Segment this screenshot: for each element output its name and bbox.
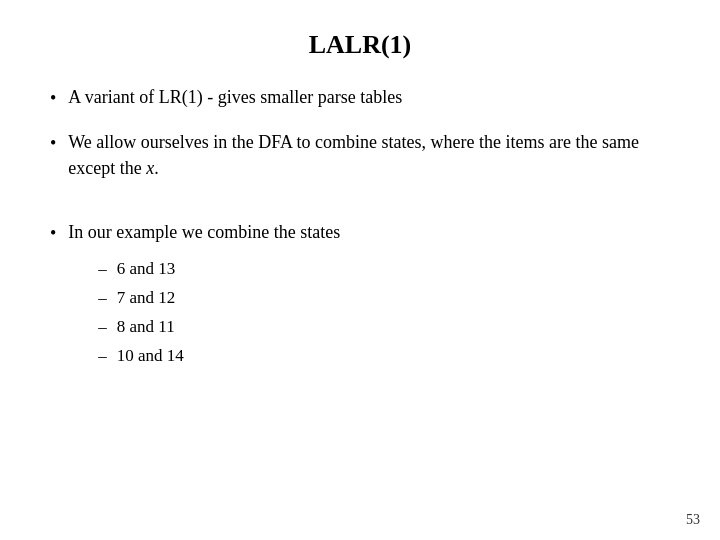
spacer <box>50 199 670 219</box>
slide: LALR(1) • A variant of LR(1) - gives sma… <box>0 0 720 540</box>
bullet-dot-2: • <box>50 130 56 156</box>
sub-item-text-2: 7 and 12 <box>117 284 176 313</box>
sub-item-3: – 8 and 11 <box>98 313 670 342</box>
sub-item-2: – 7 and 12 <box>98 284 670 313</box>
sub-dash-2: – <box>98 284 107 313</box>
slide-title: LALR(1) <box>50 30 670 60</box>
bullet-dot-3: • <box>50 220 56 246</box>
bullet-dot-1: • <box>50 85 56 111</box>
sub-list: – 6 and 13 – 7 and 12 – 8 and 11 – 10 an… <box>98 255 670 371</box>
bullet-1: • A variant of LR(1) - gives smaller par… <box>50 84 670 111</box>
bullet-text-1: A variant of LR(1) - gives smaller parse… <box>68 84 670 110</box>
page-number: 53 <box>686 512 700 528</box>
bullet-text-3: In our example we combine the states – 6… <box>68 219 670 371</box>
sub-item-text-1: 6 and 13 <box>117 255 176 284</box>
sub-dash-4: – <box>98 342 107 371</box>
sub-item-text-3: 8 and 11 <box>117 313 175 342</box>
bullet-text-2: We allow ourselves in the DFA to combine… <box>68 129 670 181</box>
bullet-3: • In our example we combine the states –… <box>50 219 670 371</box>
bullet-2: • We allow ourselves in the DFA to combi… <box>50 129 670 181</box>
bullet-3-main-text: In our example we combine the states <box>68 222 340 242</box>
sub-item-4: – 10 and 14 <box>98 342 670 371</box>
sub-item-text-4: 10 and 14 <box>117 342 184 371</box>
italic-x: x <box>146 158 154 178</box>
sub-dash-3: – <box>98 313 107 342</box>
sub-item-1: – 6 and 13 <box>98 255 670 284</box>
sub-dash-1: – <box>98 255 107 284</box>
